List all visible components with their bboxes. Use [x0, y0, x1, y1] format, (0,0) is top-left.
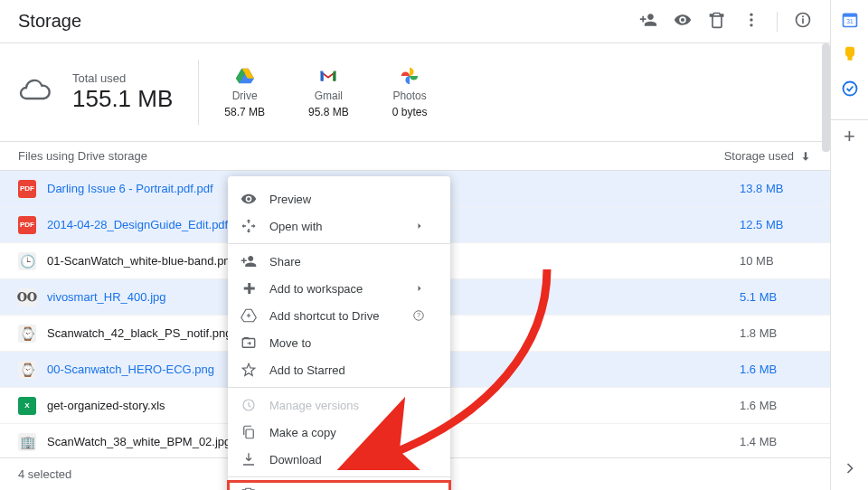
menu-add-shortcut[interactable]: Add shortcut to Drive ?	[228, 302, 450, 329]
svg-point-5	[802, 15, 804, 17]
svg-rect-10	[246, 429, 253, 438]
menu-move-to[interactable]: Move to	[228, 329, 450, 356]
arrow-down-icon	[799, 150, 812, 163]
svg-point-2	[750, 24, 752, 26]
help-icon[interactable]: ?	[412, 309, 425, 322]
xls-icon: X	[18, 397, 36, 415]
image-thumb-icon: 𝐎𝐎	[18, 288, 36, 306]
header-separator	[777, 12, 778, 32]
vertical-divider	[198, 60, 199, 125]
sort-column[interactable]: Storage used	[724, 149, 812, 163]
selection-count: 4 selected	[18, 467, 71, 481]
pdf-icon: PDF	[18, 216, 36, 234]
chevron-right-icon	[414, 283, 425, 294]
gmail-icon	[318, 66, 338, 86]
file-size: 1.8 MB	[740, 326, 812, 340]
add-addon-icon[interactable]: +	[831, 119, 868, 139]
trash-icon[interactable]	[708, 11, 726, 33]
menu-remove[interactable]: Remove	[228, 481, 450, 490]
menu-make-copy[interactable]: Make a copy	[228, 419, 450, 446]
photos-icon	[400, 66, 420, 86]
cloud-icon	[18, 74, 51, 110]
service-drive[interactable]: Drive 58.7 MB	[224, 66, 265, 118]
pdf-icon: PDF	[18, 180, 36, 198]
svg-point-0	[750, 13, 752, 15]
svg-rect-12	[843, 14, 856, 16]
side-panel: 31 +	[830, 0, 868, 490]
svg-point-1	[750, 18, 752, 21]
file-size: 1.6 MB	[740, 399, 812, 412]
service-breakdown: Drive 58.7 MB Gmail 95.8 MB Photos 0 byt…	[224, 66, 427, 118]
tasks-icon[interactable]	[841, 80, 859, 98]
image-thumb-icon: ⌚	[18, 361, 36, 379]
service-name: Drive	[232, 90, 258, 102]
file-size: 1.6 MB	[740, 363, 812, 376]
file-size: 12.5 MB	[740, 218, 812, 231]
menu-download[interactable]: Download	[228, 446, 450, 473]
svg-text:?: ?	[417, 312, 420, 318]
menu-add-workspace[interactable]: Add to workspace	[228, 275, 450, 302]
total-used-value: 155.1 MB	[72, 85, 173, 113]
svg-text:31: 31	[846, 18, 854, 24]
collapse-side-panel-icon[interactable]	[841, 459, 859, 477]
file-size: 1.4 MB	[740, 435, 812, 448]
context-menu: Preview Open with Share Add to workspace…	[228, 176, 450, 490]
storage-summary: Total used 155.1 MB Drive 58.7 MB Gmail …	[0, 43, 830, 141]
total-used: Total used 155.1 MB	[72, 71, 173, 113]
page-title: Storage	[18, 11, 81, 32]
menu-add-starred[interactable]: Add to Starred	[228, 356, 450, 383]
service-size: 95.8 MB	[308, 106, 349, 118]
menu-manage-versions: Manage versions	[228, 391, 450, 419]
service-size: 58.7 MB	[224, 106, 265, 118]
svg-rect-4	[802, 18, 804, 24]
share-person-icon[interactable]	[639, 11, 657, 33]
image-thumb-icon: ⌚	[18, 325, 36, 343]
info-icon[interactable]	[794, 11, 812, 33]
image-thumb-icon: 🏢	[18, 433, 36, 451]
file-size: 13.8 MB	[740, 182, 812, 195]
file-size: 10 MB	[740, 254, 812, 268]
calendar-icon[interactable]: 31	[841, 11, 859, 29]
file-size: 5.1 MB	[740, 290, 812, 304]
service-size: 0 bytes	[392, 106, 428, 118]
preview-eye-icon[interactable]	[674, 11, 692, 33]
service-gmail[interactable]: Gmail 95.8 MB	[308, 66, 349, 118]
keep-icon[interactable]	[841, 45, 859, 63]
service-photos[interactable]: Photos 0 bytes	[392, 66, 428, 118]
service-name: Photos	[392, 90, 426, 102]
header: Storage	[0, 0, 830, 43]
more-vert-icon[interactable]	[742, 11, 760, 33]
sort-label: Storage used	[724, 149, 794, 163]
image-thumb-icon: 🕒	[18, 252, 36, 270]
drive-icon	[235, 66, 255, 86]
scrollbar[interactable]	[822, 43, 830, 152]
main-panel: Storage Total used 155.1 MB Drive 58.7 M…	[0, 0, 830, 490]
total-used-label: Total used	[72, 71, 173, 85]
menu-preview[interactable]: Preview	[228, 185, 450, 212]
service-name: Gmail	[315, 90, 343, 102]
header-toolbar	[639, 11, 812, 33]
chevron-right-icon	[414, 221, 425, 231]
menu-share[interactable]: Share	[228, 248, 450, 275]
svg-point-14	[843, 82, 856, 96]
menu-open-with[interactable]: Open with	[228, 212, 450, 240]
file-list-header: Files using Drive storage Storage used	[0, 141, 830, 171]
files-heading: Files using Drive storage	[18, 149, 147, 163]
